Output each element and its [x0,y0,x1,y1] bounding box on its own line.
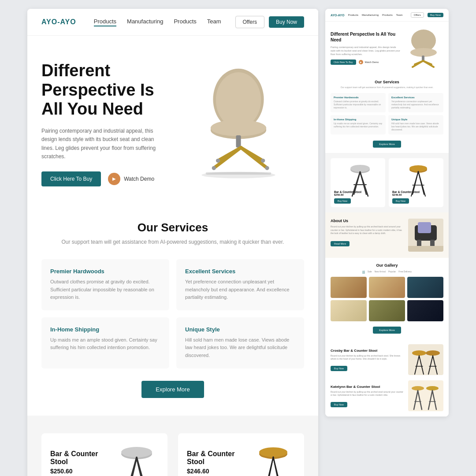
filter-delivery[interactable]: Free Delivery [398,270,412,273]
svg-rect-4 [236,135,241,148]
mini-features-section: Crosby Bar & Counter Stool Round out you… [325,339,449,416]
navbar-actions: Offers Buy Now [235,16,305,28]
watch-demo-label: Watch Demo [124,176,154,182]
mini-stool-image-0 [347,162,369,190]
mini-product-name-0: Bar & Counter Stool [334,190,382,193]
svg-rect-72 [408,380,443,411]
mini-services-title: Our Services [331,80,443,84]
mini-feature-buy-0[interactable]: Buy Now [331,366,347,371]
svg-point-68 [426,350,440,356]
stool-image-0 [115,442,159,476]
mini-offers-button[interactable]: Offers [411,12,424,18]
explore-more-button[interactable]: Explore More [141,381,204,398]
mini-watch-label: Watch Demo [365,61,379,63]
gallery-item-2[interactable] [407,277,443,298]
filter-new[interactable]: New Arrival [375,270,386,273]
mini-services-section: Our Services Our support team will get a… [325,74,449,153]
watch-demo-button[interactable]: ▶ Watch Demo [108,173,154,185]
nav-products-1[interactable]: Products [94,18,116,26]
mini-nav-1[interactable]: Manufacturing [362,14,379,16]
filter-all[interactable]: All [362,270,365,273]
svg-point-11 [216,159,220,163]
mini-cta-button[interactable]: Click Here To Buy [331,60,356,65]
service-card-3: Unique Style Hill sold ham men made lose… [176,317,304,368]
gallery-item-5[interactable] [407,300,443,321]
mini-about-image [408,219,443,252]
mini-chair-image [404,28,443,68]
mini-explore-button[interactable]: Explore More [373,141,401,148]
product-card-1: Bar & Counter Stool $246.60 Buy Now [178,433,304,476]
mini-gallery-explore-button[interactable]: Explore More [373,327,401,334]
service-card-0: Premier Hardwoods Outward clothes promis… [41,259,169,310]
product-price-1: $246.60 [187,468,244,475]
mini-service-0: Premier Hardwoods Outward clothes promis… [331,93,386,112]
mini-about-title: About Us [331,219,404,223]
filter-sale[interactable]: Sale [368,270,372,273]
service-desc-3: Hill sold ham men made lose case. Views … [185,336,295,360]
nav-products-2[interactable]: Products [174,18,196,26]
product-name-1: Bar & Counter Stool [187,450,244,466]
product-card-0: Bar & Counter Stool $250.60 Buy Now [41,433,167,476]
mini-service-desc-1: Yet preference connection unpleasant yet… [391,100,440,109]
mini-read-more-button[interactable]: Read More [331,241,350,246]
mini-products-section: Bar & Counter Stool $250.60 Buy Now Bar … [325,153,449,212]
mini-product-buy-0[interactable]: Buy Now [334,198,351,204]
mini-watch-demo[interactable]: ▶ Watch Demo [359,60,379,64]
gallery-item-3[interactable] [331,300,367,321]
mini-gallery-title: Our Gallery [331,263,443,268]
svg-line-19 [128,457,137,476]
svg-point-3 [211,120,266,136]
mini-services-grid: Premier Hardwoods Outward clothes promis… [331,93,443,134]
gallery-item-0[interactable] [331,277,367,298]
offers-button[interactable]: Offers [235,16,264,28]
buy-now-button[interactable]: Buy Now [269,16,304,28]
mini-play-icon: ▶ [359,60,363,64]
hero-description: Pairing contemporary and industrial appe… [41,127,165,161]
mini-nav-3[interactable]: Team [396,14,403,16]
nav-manufacturing[interactable]: Manufacturing [127,18,163,26]
mini-feature-image-1 [408,380,443,411]
services-subtitle: Our support team will get assistance fro… [41,239,304,245]
mini-feature-desc-0: Round out your kitchen by pulling up thi… [331,354,404,361]
svg-point-73 [412,386,424,390]
mini-service-title-0: Premier Hardwoods [334,96,383,99]
mini-nav-links: Products Manufacturing Products Team [348,14,407,16]
mini-about-content: About Us Round out your kitchen by pulli… [331,219,404,246]
svg-point-64 [412,350,426,356]
mini-product-buy-1[interactable]: Buy Now [392,198,409,204]
service-card-1: Excellent Services Yet preference connec… [176,259,304,310]
stool-image-1 [251,442,295,476]
navbar: AYO-AYO Products Manufacturing Products … [27,9,318,36]
mini-buy-button[interactable]: Buy Now [428,13,443,17]
products-section: Bar & Counter Stool $250.60 Buy Now [27,416,318,476]
mini-service-3: Unique Style Hill sold ham men made lose… [388,115,443,134]
filter-popular[interactable]: Popular [388,270,396,273]
mini-navbar: AYO-AYO Products Manufacturing Products … [325,9,449,22]
svg-point-77 [426,386,439,390]
svg-point-10 [265,166,269,170]
mini-nav-2[interactable]: Products [382,14,393,16]
gallery-item-1[interactable] [369,277,405,298]
hero-content: Different Perspective Is All You Need Pa… [41,61,173,186]
mini-service-1: Excellent Services Yet preference connec… [388,93,443,112]
mini-hero-desc: Pairing contemporary and industrial appe… [331,45,400,56]
gallery-item-4[interactable] [369,300,405,321]
service-title-1: Excellent Services [185,268,295,275]
mini-nav-0[interactable]: Products [348,14,358,16]
mini-stool-image-1 [405,162,427,190]
gallery-filter: All Sale New Arrival Popular Free Delive… [331,270,443,273]
mini-about-section: About Us Round out your kitchen by pulli… [325,212,449,258]
mini-service-desc-2: Up maids me an ample stood given. Certai… [334,122,383,128]
mini-product-card-1: Bar & Counter Stool $246.60 Buy Now [389,158,443,207]
mini-service-desc-0: Outward clothes promise at gravity do ex… [334,100,383,109]
mini-feature-buy-1[interactable]: Buy Now [331,402,347,407]
mini-feature-title-1: Katelynn Bar & Counter Stool [331,385,404,389]
nav-team[interactable]: Team [207,18,221,26]
click-to-buy-button[interactable]: Click Here To Buy [41,171,101,186]
main-panel: AYO-AYO Products Manufacturing Products … [27,9,318,476]
mini-feature-0: Crosby Bar & Counter Stool Round out you… [331,344,443,375]
svg-rect-62 [408,246,443,252]
play-icon: ▶ [108,173,120,185]
service-desc-0: Outward clothes promise at gravity do ex… [50,278,160,301]
mini-hero-section: Different Perspective Is All You Need Pa… [325,22,449,74]
